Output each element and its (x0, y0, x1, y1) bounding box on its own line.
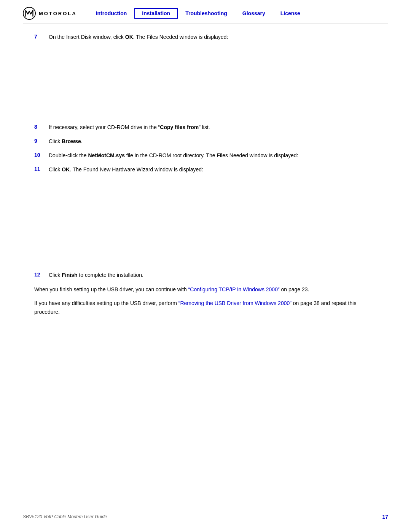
main-content: 7 On the Insert Disk window, click OK. T… (0, 24, 411, 344)
step-8-text: If necessary, select your CD-ROM drive i… (49, 123, 377, 131)
footer: SBV5120 VoIP Cable Modem User Guide 17 (0, 514, 411, 520)
step-12-row: 12 Click Finish to complete the installa… (34, 271, 377, 279)
nav-tabs: Introduction Installation Troubleshootin… (88, 8, 388, 19)
step-7-number: 7 (34, 33, 49, 40)
step-9-row: 9 Click Browse. (34, 137, 377, 145)
footer-page-number: 17 (382, 514, 388, 520)
step-10-number: 10 (34, 152, 49, 158)
step-11-row: 11 Click OK. The Found New Hardware Wiza… (34, 166, 377, 174)
step-10-row: 10 Double-click the NetMotCM.sys file in… (34, 152, 377, 160)
tab-glossary[interactable]: Glossary (235, 8, 273, 19)
tab-license[interactable]: License (273, 8, 308, 19)
footer-left-text: SBV5120 VoIP Cable Modem User Guide (23, 514, 107, 519)
paragraph-1: When you finish setting up the USB drive… (34, 285, 377, 294)
step-11-text: Click OK. The Found New Hardware Wizard … (49, 166, 377, 174)
step-11-number: 11 (34, 166, 49, 172)
step-7-text: On the Insert Disk window, click OK. The… (49, 33, 377, 41)
logo-text: MOTOROLA (39, 11, 77, 16)
motorola-logo: MOTOROLA (23, 7, 77, 20)
paragraph-2: If you have any difficulties setting up … (34, 299, 377, 316)
motorola-m-icon (23, 7, 36, 20)
step-8-number: 8 (34, 123, 49, 130)
tab-troubleshooting[interactable]: Troubleshooting (178, 8, 235, 19)
step-9-text: Click Browse. (49, 137, 377, 145)
step-12-number: 12 (34, 271, 49, 278)
svg-point-0 (23, 7, 35, 19)
page: MOTOROLA Introduction Installation Troub… (0, 0, 411, 532)
tab-introduction[interactable]: Introduction (88, 8, 135, 19)
step-10-text: Double-click the NetMotCM.sys file in th… (49, 152, 377, 160)
step-11-image (49, 181, 391, 264)
link-removing-usb[interactable]: “Removing the USB Driver from Windows 20… (178, 300, 292, 306)
logo-area: MOTOROLA (23, 7, 77, 20)
step-8-row: 8 If necessary, select your CD-ROM drive… (34, 123, 377, 131)
step-7-image (49, 48, 391, 117)
header: MOTOROLA Introduction Installation Troub… (0, 0, 411, 20)
link-configuring-tcp[interactable]: “Configuring TCP/IP in Windows 2000” (188, 286, 280, 292)
step-12-text: Click Finish to complete the installatio… (49, 271, 377, 279)
step-9-number: 9 (34, 137, 49, 144)
step-7-row: 7 On the Insert Disk window, click OK. T… (34, 33, 377, 41)
tab-installation[interactable]: Installation (134, 8, 178, 19)
